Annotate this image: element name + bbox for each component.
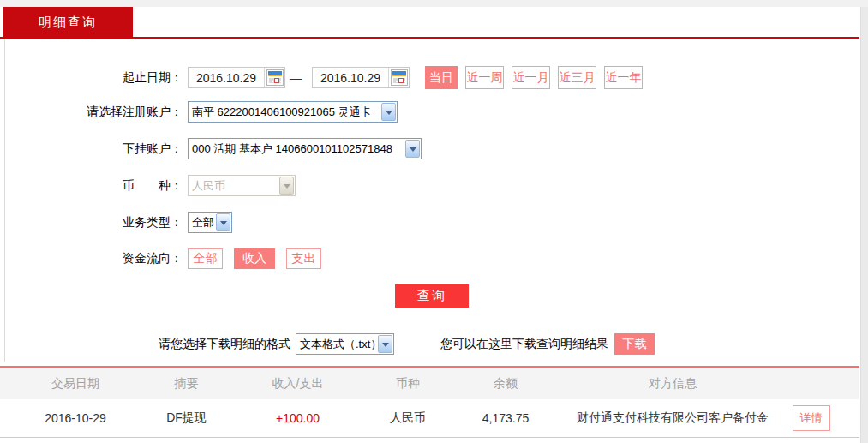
currency-value: 人民币 bbox=[189, 178, 278, 194]
results-table: 交易日期 摘要 收入/支出 币种 余额 对方信息 2016-10-29 DF提现… bbox=[0, 366, 859, 438]
download-row: 请您选择下载明细的格式 文本格式（.txt） 您可以在这里下载查询明细结果 下载 bbox=[5, 333, 859, 355]
fund-flow-label: 资金流向： bbox=[5, 251, 183, 266]
business-type-label: 业务类型： bbox=[5, 215, 183, 230]
register-account-select[interactable]: 南平 6222001406100921065 灵通卡 bbox=[188, 101, 398, 123]
chevron-down-icon bbox=[405, 140, 420, 158]
fund-flow-all-button[interactable]: 全部 bbox=[188, 248, 223, 269]
date-range-row: 起止日期： 2016.10.29 — 2016.10.29 当日 近一周 近一月… bbox=[5, 66, 859, 89]
chevron-down-icon bbox=[378, 335, 392, 353]
download-format-label: 请您选择下载明细的格式 bbox=[159, 337, 290, 352]
quick-range-month-button[interactable]: 近一月 bbox=[512, 66, 550, 89]
business-type-select[interactable]: 全部 bbox=[188, 212, 232, 233]
currency-row: 币 种： 人民币 bbox=[5, 175, 859, 196]
fund-flow-expense-button[interactable]: 支出 bbox=[286, 248, 321, 269]
header-balance: 余额 bbox=[447, 376, 564, 392]
table-row: 2016-10-29 DF提现 +100.00 人民币 4,173.75 财付通… bbox=[0, 399, 859, 438]
date-range-label: 起止日期： bbox=[5, 70, 183, 86]
quick-range-week-button[interactable]: 近一周 bbox=[465, 66, 504, 89]
register-account-label: 请选择注册账户： bbox=[5, 105, 183, 120]
download-hint: 您可以在这里下载查询明细结果 bbox=[440, 337, 608, 352]
cell-counterparty: 财付通支付科技有限公司客户备付金 bbox=[564, 410, 781, 426]
header-currency: 币种 bbox=[368, 376, 447, 392]
register-account-row: 请选择注册账户： 南平 6222001406100921065 灵通卡 bbox=[5, 101, 859, 123]
download-format-select[interactable]: 文本格式（.txt） bbox=[296, 333, 394, 355]
header-summary: 摘要 bbox=[146, 376, 227, 392]
tab-bar: 明细查询 bbox=[0, 7, 868, 37]
cell-balance: 4,173.75 bbox=[447, 411, 564, 425]
date-from-input[interactable]: 2016.10.29 bbox=[188, 67, 285, 88]
currency-select: 人民币 bbox=[188, 175, 296, 196]
date-to-input[interactable]: 2016.10.29 bbox=[312, 67, 410, 88]
sub-account-row: 下挂账户： 000 活期 基本户 1406600101102571848 bbox=[5, 138, 859, 159]
query-button[interactable]: 查询 bbox=[395, 284, 469, 308]
query-button-row: 查询 bbox=[5, 284, 859, 308]
table-header-row: 交易日期 摘要 收入/支出 币种 余额 对方信息 bbox=[0, 368, 859, 399]
chevron-down-icon bbox=[279, 177, 294, 195]
cell-amount: +100.00 bbox=[227, 411, 368, 425]
header-amount: 收入/支出 bbox=[227, 376, 368, 392]
tab-detail-query[interactable]: 明细查询 bbox=[3, 7, 133, 37]
business-type-value: 全部 bbox=[189, 215, 215, 230]
fund-flow-row: 资金流向： 全部 收入 支出 bbox=[5, 248, 859, 269]
header-counterparty: 对方信息 bbox=[564, 376, 781, 392]
detail-button[interactable]: 详情 bbox=[793, 405, 830, 431]
date-from-value: 2016.10.29 bbox=[189, 71, 264, 85]
sub-account-label: 下挂账户： bbox=[5, 141, 183, 157]
chevron-down-icon bbox=[381, 103, 396, 121]
header-trade-date: 交易日期 bbox=[5, 376, 146, 392]
register-account-value: 南平 6222001406100921065 灵通卡 bbox=[189, 105, 380, 120]
download-button[interactable]: 下载 bbox=[614, 333, 655, 355]
date-to-calendar-button[interactable] bbox=[388, 68, 409, 87]
sub-account-value: 000 活期 基本户 1406600101102571848 bbox=[189, 141, 404, 157]
quick-range-year-button[interactable]: 近一年 bbox=[604, 66, 643, 89]
cell-summary: DF提现 bbox=[146, 410, 227, 426]
quick-range-today-button[interactable]: 当日 bbox=[425, 66, 458, 89]
cell-trade-date: 2016-10-29 bbox=[5, 411, 146, 425]
top-strip bbox=[0, 0, 868, 7]
calendar-icon bbox=[391, 69, 408, 86]
query-form-panel: 起止日期： 2016.10.29 — 2016.10.29 当日 近一周 近一月… bbox=[4, 39, 859, 362]
fund-flow-income-button[interactable]: 收入 bbox=[234, 248, 275, 269]
currency-label: 币 种： bbox=[5, 178, 183, 194]
right-strip bbox=[860, 7, 868, 443]
date-range-separator: — bbox=[290, 71, 302, 85]
date-to-value: 2016.10.29 bbox=[313, 71, 388, 85]
quick-range-quarter-button[interactable]: 近三月 bbox=[558, 66, 596, 89]
cell-currency: 人民币 bbox=[368, 410, 447, 426]
sub-account-select[interactable]: 000 活期 基本户 1406600101102571848 bbox=[188, 138, 422, 159]
business-type-row: 业务类型： 全部 bbox=[5, 212, 859, 233]
chevron-down-icon bbox=[216, 213, 230, 231]
date-from-calendar-button[interactable] bbox=[264, 68, 284, 87]
calendar-icon bbox=[266, 69, 284, 86]
download-format-value: 文本格式（.txt） bbox=[296, 337, 377, 352]
